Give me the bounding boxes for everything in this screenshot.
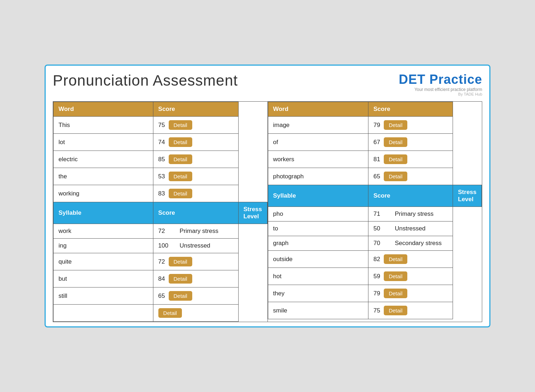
- detail-button[interactable]: Detail: [169, 120, 192, 130]
- table-row: photograph65Detail: [268, 168, 482, 185]
- score-cell: 65Detail: [153, 287, 238, 305]
- detail-button[interactable]: Detail: [169, 274, 192, 284]
- detail-button[interactable]: Detail: [384, 120, 407, 130]
- syllable-score: 70: [373, 240, 395, 247]
- detail-button[interactable]: Detail: [384, 172, 407, 181]
- syllable-header-cell: Stress Level: [453, 185, 482, 207]
- detail-button[interactable]: Detail: [384, 137, 407, 147]
- left-col-word: Word: [54, 102, 153, 117]
- score-cell: 75Detail: [153, 117, 238, 134]
- syllable-score-stress: 71Primary stress: [368, 207, 453, 222]
- score-value: 82: [373, 256, 380, 263]
- detail-button[interactable]: Detail: [169, 154, 192, 164]
- left-table-container: Word Score This75Detaillot74Detailelectr…: [53, 101, 268, 322]
- syllable-data-row: pho71Primary stress: [268, 207, 482, 222]
- word-cell: smile: [268, 302, 368, 319]
- syllable-header-cell: Syllable: [268, 185, 368, 207]
- syllable-stress: Primary stress: [180, 228, 219, 234]
- syllable-header-row: SyllableScoreStress Level: [268, 185, 482, 207]
- score-value: 72: [158, 258, 165, 265]
- table-row: lot74Detail: [54, 134, 268, 151]
- table-row: outside82Detail: [268, 251, 482, 268]
- word-cell: electric: [54, 151, 153, 168]
- score-value: 75: [158, 122, 165, 129]
- syllable-header-row: SyllableScoreStress Level: [54, 202, 268, 224]
- syllable-data-row: work72Primary stress: [54, 224, 268, 239]
- syllable-data-row: to50Unstressed: [268, 222, 482, 236]
- score-cell: 83Detail: [153, 185, 238, 202]
- score-value: 67: [373, 139, 380, 146]
- brand-block: DET Practice Your most efficient practic…: [399, 72, 482, 96]
- table-row: electric85Detail: [54, 151, 268, 168]
- score-cell: 75Detail: [368, 302, 453, 319]
- word-cell: of: [268, 134, 368, 151]
- syllable-header-cell: Score: [153, 202, 238, 224]
- detail-button[interactable]: Detail: [169, 257, 192, 266]
- score-cell: 84Detail: [153, 270, 238, 287]
- word-cell: but: [54, 270, 153, 287]
- table-row: hot59Detail: [268, 268, 482, 285]
- syllable-header-cell: Stress Level: [238, 202, 267, 224]
- syllable-score-stress: 100Unstressed: [153, 239, 238, 253]
- score-cell: 79Detail: [368, 117, 453, 134]
- word-cell: the: [54, 168, 153, 185]
- syllable-name: graph: [268, 236, 368, 251]
- table-row: workers81Detail: [268, 151, 482, 168]
- main-card: Pronunciation Assessment DET Practice Yo…: [45, 65, 490, 327]
- detail-button[interactable]: Detail: [384, 254, 407, 264]
- syllable-score: 50: [373, 225, 395, 232]
- detail-button[interactable]: Detail: [384, 289, 407, 298]
- detail-button[interactable]: Detail: [384, 271, 407, 281]
- syllable-score-stress: 50Unstressed: [368, 222, 453, 236]
- score-cell: 85Detail: [153, 151, 238, 168]
- detail-button[interactable]: Detail: [384, 306, 407, 315]
- table-row: still65Detail: [54, 287, 268, 305]
- word-cell: they: [268, 285, 368, 302]
- detail-button[interactable]: Detail: [384, 154, 407, 164]
- score-value: 74: [158, 139, 165, 146]
- detail-button-cut[interactable]: Detail: [158, 308, 182, 318]
- score-value: 83: [158, 190, 165, 197]
- right-table: Word Score image79Detailof67Detailworker…: [268, 102, 482, 319]
- syllable-score: 72: [158, 228, 180, 235]
- word-cell: lot: [54, 134, 153, 151]
- detail-button[interactable]: Detail: [169, 137, 192, 147]
- brand-title: DET Practice: [399, 72, 482, 87]
- table-row: they79Detail: [268, 285, 482, 302]
- score-cell: 53Detail: [153, 168, 238, 185]
- detail-button[interactable]: Detail: [169, 189, 192, 198]
- page-title: Pronunciation Assessment: [53, 72, 238, 89]
- score-cell: 81Detail: [368, 151, 453, 168]
- detail-button[interactable]: Detail: [169, 291, 192, 301]
- score-value: 81: [373, 156, 380, 163]
- score-value: 59: [373, 273, 380, 280]
- table-row: the53Detail: [54, 168, 268, 185]
- right-table-container: Word Score image79Detailof67Detailworker…: [268, 101, 483, 322]
- score-value: 79: [373, 122, 380, 129]
- table-row: This75Detail: [54, 117, 268, 134]
- left-table: Word Score This75Detaillot74Detailelectr…: [53, 102, 268, 322]
- table-row: but84Detail: [54, 270, 268, 287]
- syllable-name: pho: [268, 207, 368, 222]
- left-col-score: Score: [153, 102, 238, 117]
- detail-button[interactable]: Detail: [169, 172, 192, 181]
- syllable-header-cell: Syllable: [54, 202, 153, 224]
- score-value: 79: [373, 290, 380, 297]
- score-value: 75: [373, 307, 380, 314]
- word-cell: outside: [268, 251, 368, 268]
- score-cell: 74Detail: [153, 134, 238, 151]
- syllable-score: 100: [158, 242, 180, 249]
- score-cell: 82Detail: [368, 251, 453, 268]
- syllable-data-row: graph70Secondary stress: [268, 236, 482, 251]
- score-cell: 65Detail: [368, 168, 453, 185]
- syllable-score-stress: 72Primary stress: [153, 224, 238, 239]
- score-cell: 67Detail: [368, 134, 453, 151]
- brand-by: By TADE Hub: [399, 92, 482, 96]
- word-cell: [54, 305, 153, 322]
- score-value: 65: [158, 292, 165, 300]
- syllable-stress: Unstressed: [395, 225, 426, 232]
- syllable-stress: Primary stress: [395, 210, 434, 217]
- card-header: Pronunciation Assessment DET Practice Yo…: [53, 72, 482, 96]
- score-value: 84: [158, 275, 165, 282]
- table-row: of67Detail: [268, 134, 482, 151]
